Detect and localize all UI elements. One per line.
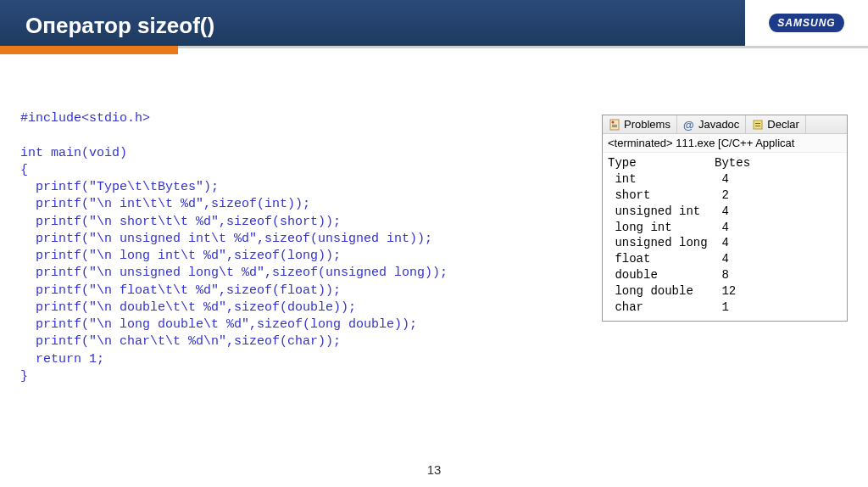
page-title: Оператор sizeof(): [0, 8, 214, 39]
tab-javadoc[interactable]: @ Javadoc: [677, 115, 746, 133]
tab-declaration[interactable]: Declar: [746, 115, 806, 133]
tabs-row: Problems @ Javadoc Declar: [603, 115, 847, 134]
svg-rect-4: [754, 120, 762, 129]
orange-underline: [0, 46, 178, 54]
svg-rect-5: [755, 123, 760, 124]
gray-underline: [178, 46, 868, 48]
samsung-logo: SAMSUNG: [769, 14, 843, 32]
page-number: 13: [0, 462, 868, 477]
tab-declaration-label: Declar: [767, 118, 799, 131]
svg-point-1: [612, 120, 615, 123]
output-body: Type Bytes int 4 short 2 unsigned int 4 …: [603, 153, 847, 321]
svg-rect-3: [612, 126, 617, 127]
tab-problems-label: Problems: [624, 118, 670, 131]
output-panel: Problems @ Javadoc Declar <terminated> 1…: [602, 115, 848, 322]
code-area: #include<stdio.h> int main(void) { print…: [20, 110, 563, 385]
code-block: #include<stdio.h> int main(void) { print…: [20, 110, 563, 385]
javadoc-icon: @: [683, 119, 695, 131]
declaration-icon: [752, 119, 764, 131]
problems-icon: [609, 119, 620, 131]
header-bar: Оператор sizeof() SAMSUNG: [0, 0, 868, 46]
svg-rect-6: [755, 126, 760, 126]
tab-javadoc-label: Javadoc: [698, 118, 739, 131]
output-status: <terminated> 111.exe [C/C++ Applicat: [603, 134, 847, 153]
tab-problems[interactable]: Problems: [603, 115, 677, 133]
logo-area: SAMSUNG: [745, 0, 868, 46]
sub-bar: [0, 46, 868, 54]
svg-rect-2: [612, 125, 617, 126]
